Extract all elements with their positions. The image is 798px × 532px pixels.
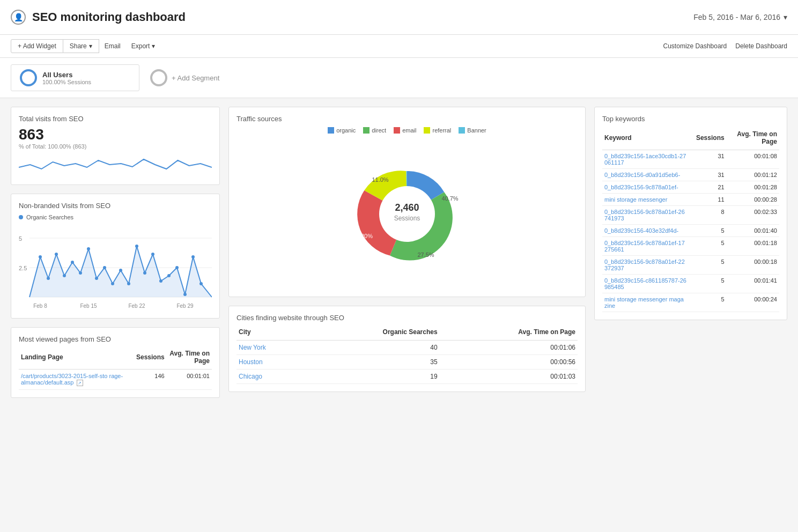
user-icon: 👤 [11, 10, 26, 25]
svg-point-8 [55, 253, 58, 256]
legend-item-email: email [394, 127, 416, 134]
avgtime-cell: 00:02:33 [727, 206, 779, 225]
segment-bar: All Users 100.00% Sessions + Add Segment [0, 58, 798, 98]
add-segment-circle-icon [150, 69, 167, 86]
header: 👤 SEO monitoring dashboard Feb 5, 2016 -… [0, 0, 798, 35]
delete-dashboard-link[interactable]: Delete Dashboard [735, 42, 787, 50]
keyword-cell[interactable]: mini storage messenger maga zine [602, 293, 694, 312]
legend-label: Organic Searches [26, 214, 73, 220]
sessions-cell: 5 [694, 293, 727, 312]
avgtime-cell: 00:00:28 [727, 194, 779, 206]
sessions-cell: 5 [694, 275, 727, 293]
avgtime-cell: 00:01:08 [727, 150, 779, 169]
legend-color-icon [459, 127, 465, 134]
add-segment-button[interactable]: + Add Segment [150, 64, 219, 91]
top-keywords-card: Top keywords Keyword Sessions Avg. Time … [594, 107, 787, 320]
keywords-table: Keyword Sessions Avg. Time on Page 0_b8d… [602, 128, 779, 312]
legend-color-icon [394, 127, 400, 134]
svg-text:27.5%: 27.5% [417, 252, 434, 258]
date-range[interactable]: Feb 5, 2016 - Mar 6, 2016 ▾ [693, 13, 787, 21]
export-button[interactable]: Export ▾ [126, 40, 161, 53]
svg-text:40.7%: 40.7% [441, 195, 458, 202]
segment-circle-icon [20, 69, 37, 86]
keyword-cell[interactable]: 0_b8d239c156-403e32df4d- [602, 225, 694, 237]
keyword-cell[interactable]: mini storage messenger [602, 194, 694, 206]
searches-cell: 35 [307, 355, 440, 370]
pages-table: Landing Page Sessions Avg. Time on Page … [19, 348, 212, 390]
pages-col-page: Landing Page [19, 348, 134, 370]
svg-text:Feb 29: Feb 29 [176, 303, 194, 309]
table-row: 0_b8d239c156-9c878a01ef-17 275661 5 00:0… [602, 237, 779, 256]
city-cell[interactable]: Houston [237, 355, 307, 370]
external-link-icon: ↗ [77, 380, 83, 386]
keyword-cell[interactable]: 0_b8d239c156-9c878a01ef- [602, 181, 694, 194]
traffic-sources-title: Traffic sources [237, 115, 578, 123]
svg-point-7 [47, 277, 50, 280]
city-col-searches: Organic Searches [307, 326, 440, 341]
legend-text: email [402, 127, 416, 134]
legend-dot-icon [19, 215, 23, 219]
date-range-chevron-icon: ▾ [784, 13, 787, 21]
share-chevron-icon: ▾ [89, 42, 92, 50]
page-cell[interactable]: /cart/products/3023-2015-self-sto rage-a… [19, 370, 134, 390]
table-row: 0_b8d239c156-c861185787-26 985485 5 00:0… [602, 275, 779, 293]
non-branded-card: Non-branded Visits from SEO Organic Sear… [11, 194, 220, 319]
svg-text:Feb 22: Feb 22 [128, 303, 145, 309]
svg-point-11 [79, 271, 82, 275]
svg-point-24 [183, 293, 187, 296]
total-visits-title: Total visits from SEO [19, 115, 212, 123]
kw-col-sessions: Sessions [694, 128, 727, 150]
keyword-cell[interactable]: 0_b8d239c156-1ace30cdb1-27 061117 [602, 150, 694, 169]
avgtime-cell: 00:01:06 [440, 341, 578, 355]
svg-point-14 [103, 266, 106, 269]
svg-text:2,460: 2,460 [395, 202, 419, 213]
svg-text:5: 5 [19, 235, 22, 242]
table-row: Chicago 19 00:01:03 [237, 370, 578, 384]
keyword-cell[interactable]: 0_b8d239c156-9c878a01ef-17 275661 [602, 237, 694, 256]
avgtime-cell: 00:01:03 [440, 370, 578, 384]
add-widget-button[interactable]: + Add Widget [11, 39, 63, 53]
cities-table: City Organic Searches Avg. Time on Page … [237, 326, 578, 384]
sessions-cell: 146 [134, 370, 167, 390]
keyword-cell[interactable]: 0_b8d239c156-d0a91d5eb6- [602, 169, 694, 181]
export-chevron-icon: ▾ [152, 42, 155, 50]
svg-text:2.5: 2.5 [19, 265, 27, 271]
sessions-cell: 31 [694, 169, 727, 181]
keyword-cell[interactable]: 0_b8d239c156-9c878a01ef-22 372937 [602, 256, 694, 275]
date-range-text: Feb 5, 2016 - Mar 6, 2016 [693, 13, 780, 21]
legend-text: direct [372, 127, 386, 134]
legend-color-icon [328, 127, 334, 134]
table-row: 0_b8d239c156-9c878a01ef-26 741973 8 00:0… [602, 206, 779, 225]
svg-point-26 [200, 282, 203, 285]
active-segment[interactable]: All Users 100.00% Sessions [11, 64, 139, 91]
email-button[interactable]: Email [99, 40, 126, 53]
searches-cell: 40 [307, 341, 440, 355]
sessions-cell: 21 [694, 181, 727, 194]
city-cell[interactable]: Chicago [237, 370, 307, 384]
avgtime-cell: 00:01:01 [167, 370, 212, 390]
page-title: SEO monitoring dashboard [32, 10, 186, 24]
traffic-legend: organicdirectemailreferralBanner [328, 127, 486, 134]
svg-point-17 [127, 282, 130, 285]
avgtime-cell: 00:01:28 [727, 181, 779, 194]
traffic-sources-card: Traffic sources organicdirectemailreferr… [228, 107, 586, 297]
customize-dashboard-link[interactable]: Customize Dashboard [663, 42, 727, 50]
sessions-cell: 5 [694, 225, 727, 237]
line-chart: 5 2.5 [19, 225, 212, 311]
donut-chart: 2,460 Sessions 40.7% 27.5% 20% 11.0% [321, 139, 493, 289]
svg-point-15 [111, 282, 114, 285]
legend-item-Banner: Banner [459, 127, 486, 134]
table-row: 0_b8d239c156-d0a91d5eb6- 31 00:01:12 [602, 169, 779, 181]
add-segment-label: + Add Segment [172, 74, 219, 82]
share-button[interactable]: Share ▾ [63, 39, 99, 53]
city-cell[interactable]: New York [237, 341, 307, 355]
total-visits-sub: % of Total: 100.00% (863) [19, 143, 212, 150]
legend-color-icon [363, 127, 370, 134]
share-label: Share [70, 42, 87, 50]
table-row: 0_b8d239c156-403e32df4d- 5 00:01:40 [602, 225, 779, 237]
keyword-cell[interactable]: 0_b8d239c156-9c878a01ef-26 741973 [602, 206, 694, 225]
donut-container: organicdirectemailreferralBanner [237, 127, 578, 289]
keyword-cell[interactable]: 0_b8d239c156-c861185787-26 985485 [602, 275, 694, 293]
svg-point-25 [191, 255, 195, 258]
svg-text:Sessions: Sessions [394, 215, 420, 222]
